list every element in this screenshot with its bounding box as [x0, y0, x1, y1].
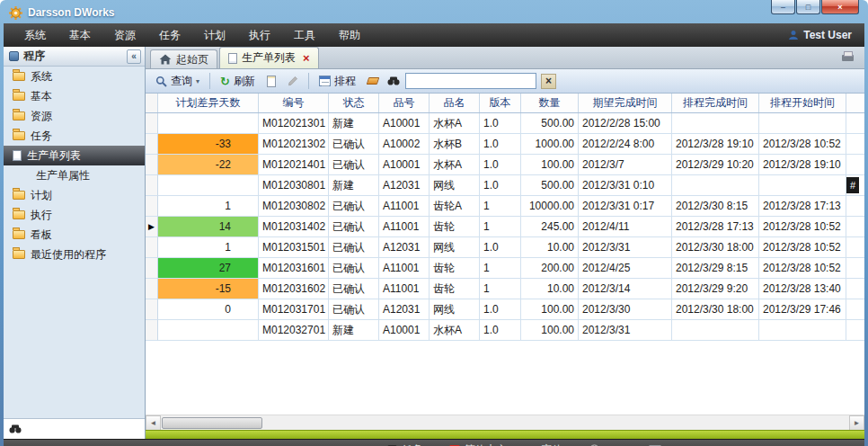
status-language[interactable]: 简体中文	[449, 442, 508, 446]
cell-status[interactable]: 已确认	[329, 196, 379, 217]
refresh-button[interactable]: ↻ 刷新	[216, 72, 260, 91]
cell-name[interactable]: 齿轮	[430, 217, 480, 237]
cell-qty[interactable]: 10000.00	[521, 196, 579, 217]
tab-production-order-list[interactable]: 生产单列表 ×	[219, 47, 319, 68]
cell-item[interactable]: A11001	[379, 258, 430, 279]
sidebar-item[interactable]: 计划	[4, 185, 145, 205]
cell-expect[interactable]: 2012/3/31	[579, 237, 672, 258]
column-header[interactable]: 计划差异天数	[158, 94, 259, 112]
cell-code[interactable]: M012030802	[259, 196, 329, 217]
cell-ver[interactable]: 1.0	[480, 175, 521, 196]
cell-start[interactable]: 2012/3/28 10:52	[759, 258, 846, 279]
cell-ver[interactable]: 1.0	[480, 113, 521, 134]
cell-item[interactable]: A11001	[379, 217, 430, 237]
cell-end[interactable]	[672, 175, 759, 196]
new-button[interactable]	[262, 74, 280, 89]
cell-qty[interactable]: 500.00	[521, 113, 579, 134]
column-header[interactable]: 品名	[430, 94, 480, 112]
cell-item[interactable]: A11001	[379, 279, 430, 299]
cell-extra[interactable]	[846, 113, 864, 134]
menu-item[interactable]: 资源	[102, 23, 147, 47]
cell-status[interactable]: 新建	[329, 175, 379, 196]
cell-code[interactable]: M012021301	[259, 113, 329, 134]
cell-code[interactable]: M012030801	[259, 175, 329, 196]
cell-item[interactable]: A10001	[379, 113, 430, 134]
cell-start[interactable]	[759, 175, 846, 196]
cell-expect[interactable]: 2012/3/14	[579, 279, 672, 299]
column-header[interactable]: 状态	[329, 94, 379, 112]
cell-end[interactable]: 2012/3/29 10:20	[672, 155, 759, 175]
column-header[interactable]: 排程开始时间	[759, 94, 846, 112]
cell-expect[interactable]: 2012/4/11	[579, 217, 672, 237]
cell-ver[interactable]: 1.0	[480, 237, 521, 258]
column-header[interactable]: 排程完成时间	[672, 94, 759, 112]
sidebar-item[interactable]: 系统	[4, 67, 145, 86]
column-header[interactable]: 编号	[259, 94, 329, 112]
cell-ver[interactable]: 1.0	[480, 155, 521, 175]
menu-item[interactable]: 工具	[282, 23, 327, 47]
scrollbar-thumb[interactable]	[162, 417, 262, 429]
cell-item[interactable]: A10001	[379, 320, 430, 341]
cell-extra[interactable]	[846, 237, 864, 258]
cell-diff[interactable]: 0	[158, 299, 259, 320]
cell-qty[interactable]: 245.00	[521, 217, 579, 237]
cell-end[interactable]: 2012/3/30 18:00	[672, 299, 759, 320]
cell-code[interactable]: M012021401	[259, 155, 329, 175]
cell-ver[interactable]: 1.0	[480, 320, 521, 341]
cell-item[interactable]: A11001	[379, 196, 430, 217]
cell-diff[interactable]	[158, 113, 259, 134]
pin-icon[interactable]	[842, 55, 854, 61]
table-row[interactable]: -15M012031602已确认A11001齿轮110.002012/3/142…	[146, 279, 864, 299]
cell-code[interactable]: M012032701	[259, 320, 329, 341]
cell-expect[interactable]: 2012/3/30	[579, 299, 672, 320]
cell-extra[interactable]	[846, 196, 864, 217]
cell-code[interactable]: M012031601	[259, 258, 329, 279]
sidebar-item[interactable]: 任务	[4, 126, 145, 146]
cell-ver[interactable]: 1	[480, 258, 521, 279]
cell-code[interactable]: M012031602	[259, 279, 329, 299]
cell-start[interactable]: 2012/3/28 19:10	[759, 155, 846, 175]
cell-name[interactable]: 水杯A	[430, 155, 480, 175]
cell-name[interactable]: 网线	[430, 175, 480, 196]
clear-search-button[interactable]: ×	[541, 74, 556, 89]
cell-end[interactable]	[672, 113, 759, 134]
maximize-button[interactable]: □	[796, 0, 820, 14]
eraser-button[interactable]	[363, 76, 383, 86]
table-row[interactable]: M012032701新建A10001水杯A1.0100.002012/3/31	[146, 320, 864, 341]
cell-qty[interactable]: 500.00	[521, 175, 579, 196]
cell-qty[interactable]: 100.00	[521, 155, 579, 175]
minimize-button[interactable]: –	[771, 0, 795, 14]
column-header[interactable]: 品号	[379, 94, 430, 112]
edit-button[interactable]	[283, 74, 303, 88]
cell-code[interactable]: M012031402	[259, 217, 329, 237]
collapse-sidebar-button[interactable]: «	[127, 49, 141, 64]
cell-qty[interactable]: 10.00	[521, 279, 579, 299]
cell-code[interactable]: M012031701	[259, 299, 329, 320]
table-row[interactable]: -33M012021302已确认A10002水杯B1.01000.002012/…	[146, 134, 864, 155]
cell-status[interactable]: 已确认	[329, 299, 379, 320]
cell-status[interactable]: 已确认	[329, 217, 379, 237]
table-row[interactable]: M012030801新建A12031网线1.0500.002012/3/31 0…	[146, 175, 864, 196]
cell-expect[interactable]: 2012/3/7	[579, 155, 672, 175]
cell-end[interactable]: 2012/3/29 8:15	[672, 258, 759, 279]
table-row[interactable]: ▶14M012031402已确认A11001齿轮1245.002012/4/11…	[146, 217, 864, 237]
scroll-left-button[interactable]: ◄	[146, 415, 161, 431]
sidebar-item[interactable]: 资源	[4, 106, 145, 126]
cell-diff[interactable]: 1	[158, 237, 259, 258]
cell-end[interactable]: 2012/3/28 19:10	[672, 134, 759, 155]
cell-extra[interactable]	[846, 134, 864, 155]
query-button[interactable]: 查询 ▾	[151, 72, 204, 91]
cell-diff[interactable]: -33	[158, 134, 259, 155]
status-task-menu[interactable]: 任务 ▾	[387, 442, 431, 446]
cell-code[interactable]: M012031501	[259, 237, 329, 258]
column-header[interactable]: 期望完成时间	[579, 94, 672, 112]
cell-item[interactable]: A10001	[379, 155, 430, 175]
cell-extra[interactable]: #	[846, 175, 864, 196]
cell-status[interactable]: 已确认	[329, 279, 379, 299]
cell-qty[interactable]: 10.00	[521, 237, 579, 258]
status-font[interactable]: A· 字体 ▾	[526, 442, 571, 446]
cell-name[interactable]: 网线	[430, 299, 480, 320]
cell-name[interactable]: 网线	[430, 237, 480, 258]
tab-home[interactable]: 起始页	[150, 49, 217, 68]
scroll-right-button[interactable]: ►	[849, 415, 864, 431]
